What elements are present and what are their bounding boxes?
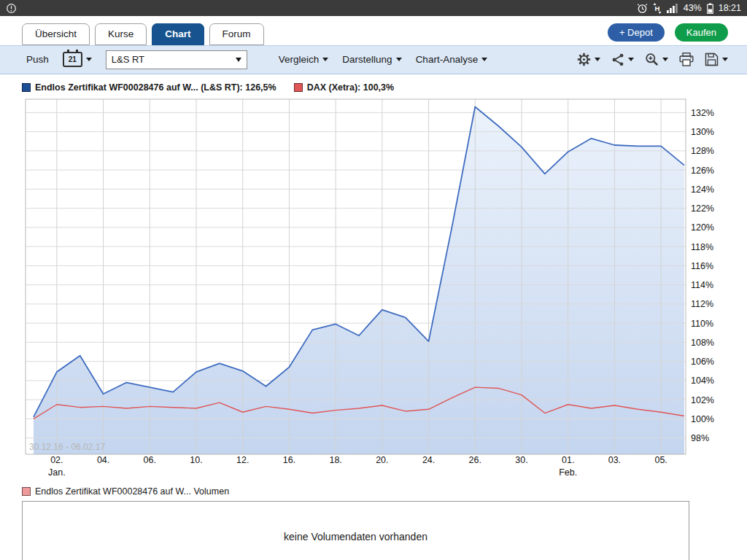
svg-text:02.: 02. — [50, 455, 63, 465]
tab-forum[interactable]: Forum — [209, 23, 264, 45]
depot-button[interactable]: + Depot — [608, 23, 665, 42]
svg-text:118%: 118% — [691, 241, 713, 252]
tab-chart[interactable]: Chart — [152, 23, 204, 45]
calendar-icon: 21 — [63, 52, 82, 67]
svg-text:12.: 12. — [236, 455, 249, 465]
price-chart[interactable]: 98%100%102%104%106%108%110%112%114%116%1… — [22, 96, 722, 482]
chevron-down-icon — [628, 58, 634, 61]
chart-analyse-menu[interactable]: Chart-Analyse — [416, 54, 488, 65]
chevron-down-icon — [86, 58, 92, 61]
tab-bar: Übersicht Kurse Chart Forum + Depot Kauf… — [0, 16, 747, 45]
signal-bars-icon — [667, 3, 678, 13]
svg-text:114%: 114% — [691, 280, 713, 290]
chart-analyse-menu-label: Chart-Analyse — [416, 54, 479, 65]
darstellung-menu-label: Darstellung — [342, 54, 392, 65]
legend-label: DAX (Xetra): 100,3% — [307, 82, 395, 93]
svg-text:26.: 26. — [469, 455, 481, 465]
svg-text:120%: 120% — [691, 222, 714, 233]
svg-text:03.: 03. — [608, 455, 621, 465]
svg-text:126%: 126% — [691, 165, 714, 175]
chevron-down-icon — [595, 58, 600, 61]
svg-text:30.12.16 - 06.02.17: 30.12.16 - 06.02.17 — [29, 442, 105, 452]
chevron-down-icon — [722, 58, 728, 61]
volume-panel: keine Volumendaten vorhanden — [22, 501, 689, 560]
save-icon — [705, 52, 719, 66]
svg-text:116%: 116% — [691, 260, 713, 271]
print-button[interactable] — [679, 52, 694, 66]
volume-legend: Endlos Zertifikat WF00028476 auf W... Vo… — [22, 486, 747, 497]
period-value: 21 — [69, 55, 77, 63]
zoom-button[interactable] — [645, 52, 668, 66]
svg-text:06.: 06. — [144, 455, 156, 465]
chart-legend: Endlos Zertifikat WF00028476 auf W... (L… — [22, 82, 747, 93]
svg-text:110%: 110% — [691, 318, 713, 328]
svg-text:128%: 128% — [691, 146, 714, 156]
svg-text:104%: 104% — [691, 376, 714, 386]
svg-text:30.: 30. — [515, 455, 527, 465]
status-bar: H 43% 18:21 — [0, 0, 747, 16]
price-chart-svg[interactable]: 98%100%102%104%106%108%110%112%114%116%1… — [22, 96, 722, 482]
svg-text:05.: 05. — [654, 455, 667, 465]
period-selector[interactable]: 21 — [63, 52, 92, 67]
tab-uebersicht[interactable]: Übersicht — [22, 23, 90, 45]
legend-item-certificate: Endlos Zertifikat WF00028476 auf W... (L… — [22, 82, 276, 93]
chevron-down-icon — [322, 58, 328, 61]
svg-text:122%: 122% — [691, 203, 714, 214]
indicators-button[interactable] — [611, 53, 634, 66]
vergleich-menu[interactable]: Vergleich — [279, 54, 329, 65]
zoom-in-icon — [645, 52, 659, 66]
settings-button[interactable] — [577, 52, 600, 66]
svg-text:Feb.: Feb. — [559, 467, 577, 478]
svg-text:124%: 124% — [691, 184, 714, 194]
print-icon — [679, 52, 694, 66]
svg-text:18.: 18. — [329, 455, 341, 465]
status-time: 18:21 — [719, 3, 741, 13]
svg-text:20.: 20. — [376, 455, 388, 465]
battery-icon — [707, 3, 713, 14]
settings-gear-icon — [577, 52, 591, 66]
notification-icon — [6, 3, 17, 14]
exchange-select[interactable]: L&S RT — [106, 50, 247, 69]
svg-text:132%: 132% — [691, 107, 714, 117]
svg-text:Jan.: Jan. — [48, 467, 66, 478]
kaufen-button[interactable]: Kaufen — [675, 23, 728, 42]
mobile-data-h-icon: H — [653, 3, 662, 14]
indicators-icon — [611, 53, 624, 66]
svg-text:24.: 24. — [422, 455, 435, 465]
save-button[interactable] — [705, 52, 728, 66]
battery-percent: 43% — [684, 3, 702, 13]
vergleich-menu-label: Vergleich — [279, 54, 320, 65]
exchange-select-value: L&S RT — [112, 54, 144, 65]
tab-kurse[interactable]: Kurse — [95, 23, 147, 45]
legend-label: Endlos Zertifikat WF00028476 auf W... (L… — [35, 82, 276, 93]
svg-text:98%: 98% — [691, 433, 709, 443]
svg-text:10.: 10. — [190, 455, 202, 465]
series-color-swatch — [294, 83, 303, 92]
series-color-swatch — [22, 487, 31, 496]
chart-toolbar: Push 21 L&S RT Vergleich Darstellung Cha… — [0, 45, 747, 74]
svg-text:108%: 108% — [691, 337, 714, 347]
chevron-down-icon — [481, 58, 487, 61]
legend-item-volume: Endlos Zertifikat WF00028476 auf W... Vo… — [22, 486, 229, 497]
svg-text:130%: 130% — [691, 127, 714, 137]
svg-text:04.: 04. — [97, 455, 109, 465]
svg-text:100%: 100% — [691, 413, 714, 424]
chevron-down-icon — [236, 58, 241, 62]
chevron-down-icon — [396, 58, 402, 61]
svg-text:102%: 102% — [691, 394, 714, 405]
svg-text:01.: 01. — [562, 455, 574, 465]
legend-item-dax: DAX (Xetra): 100,3% — [294, 82, 395, 93]
volume-empty-message: keine Volumendaten vorhanden — [23, 502, 689, 542]
chevron-down-icon — [662, 58, 668, 61]
alarm-icon — [637, 3, 648, 14]
push-toggle[interactable]: Push — [26, 54, 49, 65]
svg-text:H: H — [654, 4, 659, 12]
svg-text:106%: 106% — [691, 357, 714, 367]
darstellung-menu[interactable]: Darstellung — [342, 54, 401, 65]
svg-text:112%: 112% — [691, 299, 713, 309]
svg-text:16.: 16. — [283, 455, 295, 465]
series-color-swatch — [22, 83, 31, 92]
legend-label: Endlos Zertifikat WF00028476 auf W... Vo… — [35, 486, 229, 497]
